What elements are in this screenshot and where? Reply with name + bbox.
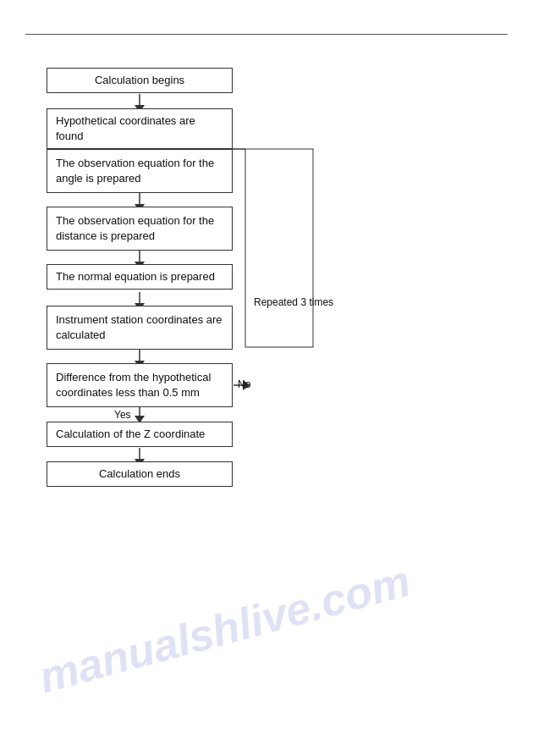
box-instrument-station: Instrument station coordinates are calcu…	[47, 306, 233, 350]
box-obs-distance: The observation equation for the distanc…	[47, 207, 233, 251]
box-calc-begins: Calculation begins	[47, 68, 233, 93]
box-normal-eq: The normal equation is prepared	[47, 264, 233, 290]
repeated-label: Repeated 3 times	[254, 296, 333, 308]
no-label: No	[238, 378, 250, 390]
svg-rect-16	[245, 149, 313, 347]
box-calc-ends: Calculation ends	[47, 461, 233, 487]
watermark: manualshlive.com	[34, 555, 415, 704]
box-difference-check: Difference from the hypothetical coordin…	[47, 363, 233, 407]
yes-label: Yes	[114, 409, 131, 421]
box-obs-angle: The observation equation for the angle i…	[47, 149, 233, 193]
box-hypothetical-coords: Hypothetical coordinates are found	[47, 108, 233, 149]
top-divider	[25, 34, 508, 35]
box-calc-z: Calculation of the Z coordinate	[47, 422, 233, 447]
